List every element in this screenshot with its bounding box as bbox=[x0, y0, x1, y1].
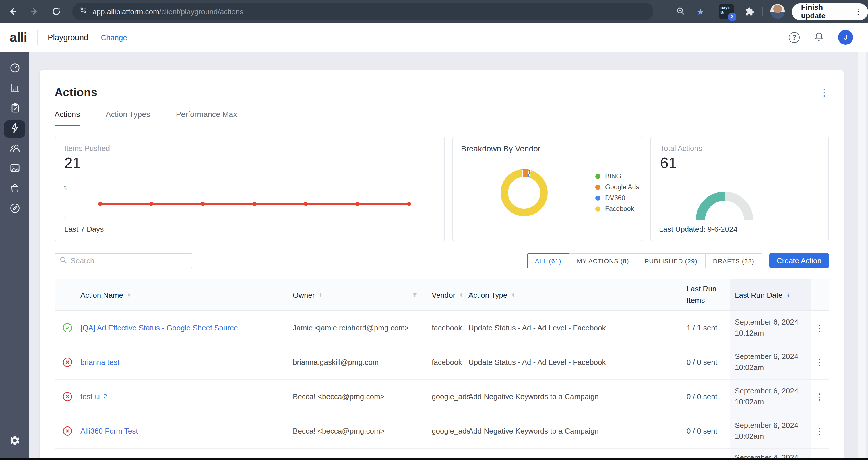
legend-dot-bing bbox=[595, 173, 600, 179]
page-scrollbar[interactable] bbox=[858, 52, 866, 460]
bookmark-star-icon[interactable]: ★ bbox=[696, 7, 705, 16]
reload-icon[interactable] bbox=[52, 7, 61, 16]
owner-cell: brianna.gaskill@pmg.com bbox=[293, 345, 418, 379]
vendor-header[interactable]: Vendor ▲▼ bbox=[418, 279, 468, 310]
vendor-cell: google_ads bbox=[418, 380, 468, 414]
finish-update-button[interactable]: Finish update ⋮ bbox=[792, 3, 868, 20]
total-actions-label: Total Actions bbox=[660, 144, 702, 153]
sidebar-item-dashboard[interactable] bbox=[4, 60, 25, 77]
page-menu-kebab-icon[interactable]: ⋮ bbox=[819, 88, 829, 97]
legend-dot-dv360 bbox=[595, 195, 600, 200]
row-menu-kebab-icon[interactable]: ⋮ bbox=[815, 392, 824, 401]
vendor-breakdown-title: Breakdown By Vendor bbox=[461, 144, 540, 153]
sidebar-item-tasks[interactable] bbox=[4, 100, 25, 118]
row-menu-kebab-icon[interactable]: ⋮ bbox=[815, 324, 824, 332]
sidebar-item-shopping[interactable] bbox=[4, 181, 25, 198]
last-run-items-cell: 0 / 0 sent bbox=[680, 345, 730, 379]
last-updated-text: Last Updated: 9-6-2024 bbox=[659, 225, 737, 233]
total-actions-gauge-chart bbox=[696, 192, 753, 220]
tab-action-types[interactable]: Action Types bbox=[106, 110, 150, 126]
search-input[interactable] bbox=[71, 256, 187, 265]
action-type-header[interactable]: Action Type ▲▼ bbox=[468, 279, 680, 310]
filter-all[interactable]: ALL (61) bbox=[527, 253, 569, 268]
lightning-bolt-icon bbox=[9, 122, 20, 136]
shopping-bag-icon bbox=[9, 183, 20, 196]
owner-cell: Becca! <becca@pmg.com> bbox=[293, 414, 418, 448]
help-icon[interactable]: ? bbox=[789, 32, 800, 43]
action-name-header[interactable]: Action Name ▲▼ bbox=[81, 279, 293, 310]
row-menu-kebab-icon[interactable]: ⋮ bbox=[815, 358, 824, 366]
last-run-items-cell: 1 / 1 sent bbox=[680, 311, 730, 345]
table-row: Alli360 Form Test Becca! <becca@pmg.com>… bbox=[55, 414, 829, 449]
chrome-menu-icon[interactable]: ⋮ bbox=[854, 7, 862, 15]
sidebar bbox=[0, 52, 29, 460]
bar-chart-icon bbox=[9, 82, 20, 96]
action-type-cell: Add Negative Keywords to a Campaign bbox=[468, 380, 680, 414]
sidebar-item-audience[interactable] bbox=[4, 140, 25, 158]
last-run-date-header[interactable]: Last Run Date ▲▼ bbox=[730, 279, 811, 310]
vendor-cell: google_ads bbox=[418, 414, 468, 448]
people-icon bbox=[9, 142, 20, 156]
last-run-items-header: Last Run Items bbox=[680, 279, 730, 310]
sort-icon[interactable]: ▲▼ bbox=[127, 293, 131, 297]
settings-gear-icon bbox=[9, 435, 20, 449]
sidebar-item-creative[interactable] bbox=[4, 161, 25, 178]
action-name-link[interactable]: [QA] Ad Effective Status - Google Sheet … bbox=[81, 324, 238, 332]
action-name-link[interactable]: Alli360 Form Test bbox=[81, 427, 138, 435]
alli-logo: alli bbox=[10, 30, 27, 45]
owner-header[interactable]: Owner ▲▼ bbox=[293, 279, 418, 310]
actions-table: Action Name ▲▼ Owner ▲▼ Vendor ▲▼ Action… bbox=[55, 279, 829, 460]
items-pushed-footer: Last 7 Days bbox=[64, 225, 104, 233]
last-run-date-cell: September 6, 202410:02am bbox=[735, 351, 798, 373]
user-avatar[interactable]: J bbox=[838, 30, 853, 45]
actions-card: Actions ⋮ Actions Action Types Performan… bbox=[40, 70, 844, 460]
chrome-divider bbox=[763, 7, 763, 16]
status-icon-cell bbox=[55, 414, 81, 448]
action-name-link[interactable]: test-ui-2 bbox=[81, 392, 107, 401]
sidebar-item-analytics[interactable] bbox=[4, 80, 25, 98]
search-icon bbox=[60, 256, 67, 266]
filter-my-actions[interactable]: MY ACTIONS (8) bbox=[569, 253, 637, 268]
row-menu-column-header bbox=[811, 279, 829, 310]
owner-filter-icon[interactable] bbox=[412, 292, 418, 298]
tab-performance-max[interactable]: Performance Max bbox=[176, 110, 237, 126]
status-icon-cell bbox=[55, 380, 81, 414]
sidebar-item-settings[interactable] bbox=[4, 433, 25, 450]
browser-profile-avatar[interactable] bbox=[770, 4, 785, 19]
image-icon bbox=[9, 162, 20, 176]
row-menu-kebab-icon[interactable]: ⋮ bbox=[815, 427, 824, 435]
filter-published[interactable]: PUBLISHED (29) bbox=[637, 253, 706, 268]
notifications-bell-icon[interactable] bbox=[813, 30, 825, 44]
search-input-wrapper bbox=[55, 253, 192, 268]
sort-icon[interactable]: ▲▼ bbox=[319, 293, 322, 297]
browser-chrome: app.alliplatform.com/client/playground/a… bbox=[0, 0, 868, 23]
sort-icon-active[interactable]: ▲▼ bbox=[786, 293, 790, 297]
main-content: Actions ⋮ Actions Action Types Performan… bbox=[29, 52, 868, 460]
extensions-puzzle-icon[interactable] bbox=[745, 7, 754, 16]
sort-icon[interactable]: ▲▼ bbox=[459, 293, 463, 297]
legend-item: BING bbox=[595, 173, 639, 179]
dashboard-gauge-icon bbox=[9, 62, 20, 76]
zoom-out-icon[interactable] bbox=[676, 7, 685, 16]
screen-bottom-bar bbox=[0, 458, 868, 460]
change-workspace-link[interactable]: Change bbox=[101, 33, 127, 41]
owner-cell: Becca! <becca@pmg.com> bbox=[293, 380, 418, 414]
donut-hole bbox=[508, 177, 540, 209]
header-divider bbox=[37, 30, 38, 45]
table-row: brianna test brianna.gaskill@pmg.com fac… bbox=[55, 345, 829, 380]
create-action-button[interactable]: Create Action bbox=[769, 253, 829, 268]
action-name-link[interactable]: brianna test bbox=[81, 358, 119, 366]
days-until-extension-icon[interactable]: DaysUr 3 bbox=[719, 4, 733, 19]
forward-icon[interactable] bbox=[30, 7, 39, 16]
vendor-cell: facebook bbox=[418, 311, 468, 345]
items-pushed-card: Items Pushed 21 5 1 Last 7 Days bbox=[55, 136, 445, 241]
back-icon[interactable] bbox=[8, 7, 17, 16]
site-info-icon[interactable] bbox=[79, 6, 87, 17]
sidebar-item-explore[interactable] bbox=[4, 201, 25, 218]
sidebar-item-actions[interactable] bbox=[4, 121, 25, 138]
sort-icon[interactable]: ▲▼ bbox=[511, 293, 515, 297]
url-bar[interactable]: app.alliplatform.com/client/playground/a… bbox=[72, 3, 653, 20]
tab-actions[interactable]: Actions bbox=[55, 110, 80, 126]
filter-drafts[interactable]: DRAFTS (32) bbox=[705, 253, 763, 268]
app-header: alli Playground Change ? J bbox=[0, 23, 868, 52]
